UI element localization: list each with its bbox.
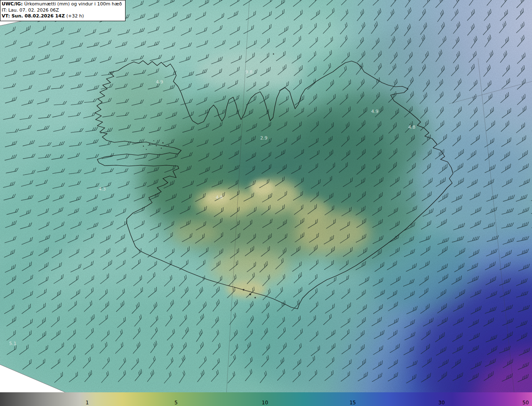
colorbar-tick-label: 15: [350, 400, 356, 406]
title-box: UWC/IG: Úrkomumætti (mm) og vindur i 100…: [0, 0, 126, 21]
valid-time: VT: Sun. 08.02.2026 14Z: [2, 13, 65, 19]
init-time: IT: Lau. 07. 02. 2026 06Z: [2, 7, 122, 14]
lead-time: (+32 h): [65, 13, 84, 19]
precip-value-label: 4.3: [99, 186, 106, 192]
colorbar-tick-label: 10: [262, 400, 268, 406]
precip-value-label: 4.8: [216, 195, 223, 200]
colorbar-tick-label: 50: [522, 400, 529, 406]
precip-value-label: 5.1: [9, 341, 17, 346]
precip-value-label: 9.8: [245, 69, 253, 75]
precip-value-label: 2.9: [260, 135, 268, 141]
title-line-product: UWC/IG: Úrkomumætti (mm) og vindur i 100…: [2, 1, 122, 7]
valid-time-line: VT: Sun. 08.02.2026 14Z (+32 h): [2, 13, 122, 20]
colorbar-tick-label: 30: [438, 400, 445, 406]
precip-colorbar: 1510153050: [0, 392, 532, 406]
weather-map-stage: 4.99.82.94.94.84.34.85.1 UWC/IG: Úrkomum…: [0, 0, 532, 406]
product-id: UWC/IG:: [2, 1, 23, 7]
precipitation-wind-map: 4.99.82.94.94.84.34.85.1: [0, 0, 532, 406]
colorbar-tick-label: 5: [175, 400, 178, 406]
precip-value-label: 4.9: [156, 79, 163, 85]
colorbar-tick-label: 1: [86, 400, 89, 406]
precip-value-label: 4.8: [408, 125, 416, 130]
precip-value-label: 4.9: [371, 109, 379, 114]
product-description: Úrkomumætti (mm) og vindur i 100m hæð: [23, 1, 122, 7]
